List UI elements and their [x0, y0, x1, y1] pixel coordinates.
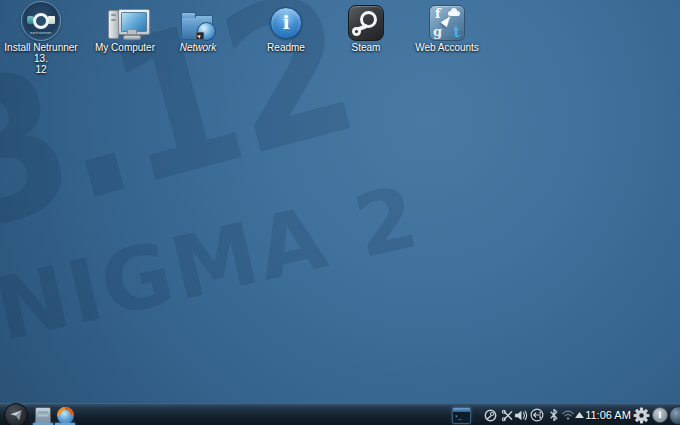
steam-tray-icon — [484, 409, 497, 422]
desktop-icon-steam[interactable]: Steam — [326, 4, 406, 54]
gear-icon — [632, 406, 651, 425]
network-folder-icon — [180, 4, 216, 41]
steam-logo-icon — [348, 4, 384, 41]
icon-label-readme: Readme — [267, 43, 305, 54]
usb-icon — [530, 408, 544, 422]
disc-brand-text: netrunner — [22, 30, 60, 35]
icon-label-my-computer: My Computer — [95, 43, 155, 54]
settings-gear-button[interactable] — [631, 404, 652, 425]
digital-clock[interactable]: 11:06 AM — [582, 404, 634, 425]
info-icon: i — [652, 407, 668, 423]
launcher-arrow-icon — [8, 407, 24, 423]
file-manager-icon — [35, 407, 51, 424]
desktop-icon-my-computer[interactable]: My Computer — [85, 4, 165, 54]
install-disc-icon: netrunner — [21, 4, 61, 41]
speaker-icon — [514, 409, 528, 422]
web-accounts-icon: f g t — [429, 4, 465, 41]
panel-toolbox-cashew[interactable] — [669, 406, 680, 425]
taskbar-firefox-button[interactable] — [55, 404, 75, 425]
desktop-wallpaper: 3.12 ENIGMA 2 — [0, 0, 680, 425]
desktop-icon-readme[interactable]: i Readme — [246, 4, 326, 54]
taskbar-panel: ›_ — [0, 403, 680, 425]
twitter-glyph: t — [454, 24, 460, 40]
icon-label-install: Install Netrunner 13. 12 — [1, 43, 81, 75]
tray-volume-button[interactable] — [513, 404, 529, 425]
tray-steam-button[interactable] — [482, 404, 498, 425]
firefox-icon — [57, 407, 74, 424]
scissors-icon — [501, 409, 514, 422]
desktop-icon-network[interactable]: Network — [158, 4, 238, 54]
google-glyph: g — [433, 24, 442, 39]
desktop-icon-install-netrunner[interactable]: netrunner Install Netrunner 13. 12 — [1, 4, 81, 75]
icon-label-web-accounts: Web Accounts — [415, 43, 479, 54]
tray-device-notifier-button[interactable] — [529, 404, 545, 425]
tray-terminal-button[interactable]: ›_ — [451, 404, 471, 425]
terminal-icon: ›_ — [452, 407, 471, 424]
bluetooth-icon — [549, 408, 559, 422]
notifications-info-button[interactable]: i — [652, 404, 668, 425]
app-launcher-button[interactable] — [3, 404, 28, 425]
icon-label-steam: Steam — [352, 43, 381, 54]
taskbar-file-manager-button[interactable] — [33, 404, 53, 425]
desktop-icon-web-accounts[interactable]: f g t Web Accounts — [407, 4, 487, 54]
info-circle-icon: i — [270, 4, 302, 41]
computer-icon — [105, 4, 145, 41]
icon-label-network: Network — [180, 43, 217, 54]
facebook-glyph: f — [435, 6, 441, 21]
shortcut-badge-icon — [196, 32, 204, 40]
